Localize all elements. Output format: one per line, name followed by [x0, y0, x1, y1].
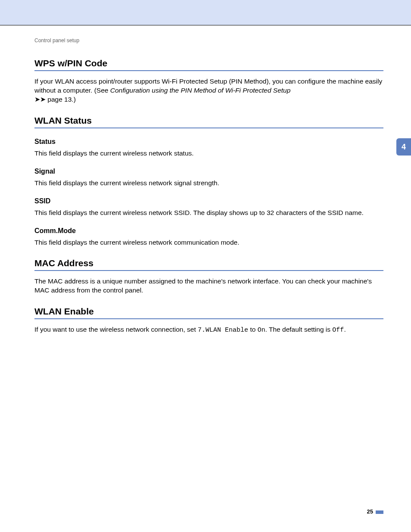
sub-title-status: Status [34, 138, 383, 146]
wlan-enable-text-1: If you want to use the wireless network … [34, 326, 198, 333]
wlan-enable-paragraph: If you want to use the wireless network … [34, 325, 383, 335]
section-title-wps: WPS w/PIN Code [34, 58, 383, 68]
section-rule [34, 270, 383, 271]
wps-paragraph: If your WLAN access point/router support… [34, 77, 383, 104]
wps-text-c: page 13.) [46, 96, 76, 103]
section-mac: MAC Address The MAC address is a unique … [34, 258, 383, 295]
section-rule [34, 128, 383, 128]
ssid-paragraph: This field displays the current wireless… [34, 208, 383, 218]
wlan-enable-text-2: to [248, 326, 258, 333]
sub-title-commmode: Comm.Mode [34, 227, 383, 235]
wps-link-text[interactable]: Configuration using the PIN Method of Wi… [110, 87, 291, 94]
wlan-enable-text-4: . [344, 326, 346, 333]
wlan-enable-mono-3: Off [332, 327, 344, 334]
page-ref-arrows: ➤➤ [34, 96, 46, 103]
section-rule [34, 70, 383, 71]
section-wps: WPS w/PIN Code If your WLAN access point… [34, 58, 383, 104]
breadcrumb: Control panel setup [34, 37, 383, 44]
section-title-wlan-enable: WLAN Enable [34, 306, 383, 317]
section-title-mac: MAC Address [34, 258, 383, 268]
top-rule [0, 25, 411, 25]
top-band [0, 0, 411, 25]
section-wlan-enable: WLAN Enable If you want to use the wirel… [34, 306, 383, 335]
wlan-enable-mono-1: 7.WLAN Enable [198, 327, 248, 334]
sub-title-ssid: SSID [34, 197, 383, 205]
section-rule [34, 318, 383, 319]
page-number-bar-icon [376, 510, 383, 514]
wlan-enable-text-3: . The default setting is [265, 326, 333, 333]
wlan-enable-mono-2: On [258, 327, 265, 334]
sub-title-signal: Signal [34, 168, 383, 175]
mac-paragraph: The MAC address is a unique number assig… [34, 277, 383, 295]
section-title-wlan-status: WLAN Status [34, 115, 383, 126]
signal-paragraph: This field displays the current wireless… [34, 179, 383, 188]
commmode-paragraph: This field displays the current wireless… [34, 238, 383, 247]
section-wlan-status: WLAN Status Status This field displays t… [34, 115, 383, 247]
status-paragraph: This field displays the current wireless… [34, 149, 383, 158]
page-number: 25 [367, 508, 383, 515]
page-number-value: 25 [367, 508, 373, 515]
